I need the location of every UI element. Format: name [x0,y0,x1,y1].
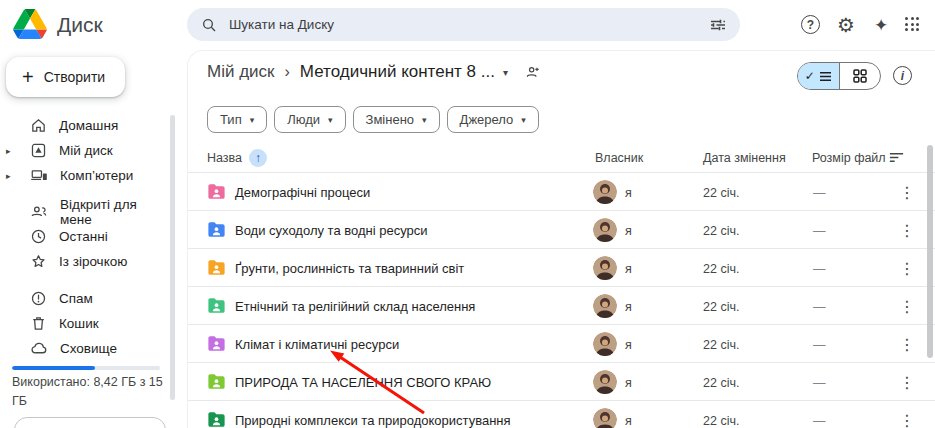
file-name: Клімат і кліматичні ресурси [235,337,399,352]
google-apps-button[interactable] [905,17,919,31]
folder-menu-caret-icon[interactable]: ▾ [503,67,508,78]
view-toggle: ✓ [797,62,881,90]
chevron-down-icon: ▾ [328,115,333,125]
filter-chip-people[interactable]: Люди▾ [274,106,345,133]
modified-date: 22 січ. [703,224,739,238]
column-label: Назва [207,151,242,165]
spam-icon [30,290,47,307]
owner-label: я [625,300,632,314]
sidebar-item-spam[interactable]: Спам [0,286,168,311]
sidebar-item-my-drive[interactable]: ▸ Мій диск [0,138,168,163]
search-input[interactable] [229,17,698,32]
modified-date: 22 січ. [703,338,739,352]
more-actions-button[interactable]: ⋮ [893,219,921,242]
owner-label: я [625,338,632,352]
owner-avatar [593,408,617,428]
column-header-name[interactable]: Назва ↑ [207,149,267,167]
sidebar-item-recent[interactable]: Останні [0,224,168,249]
my-drive-icon [30,142,47,159]
file-row[interactable]: Демографічні процеси я 22 січ. — ⋮ [187,172,935,210]
more-actions-button[interactable]: ⋮ [893,257,921,280]
breadcrumb-my-drive[interactable]: Мій диск [207,62,275,82]
tune-filter-icon[interactable] [710,17,726,33]
file-row[interactable]: Води суходолу та водні ресурси я 22 січ.… [187,210,935,248]
more-actions-button[interactable]: ⋮ [893,333,921,356]
shared-folder-icon [207,411,226,428]
shared-folder-icon [207,221,226,238]
modified-date: 22 січ. [703,186,739,200]
search-bar[interactable] [187,8,740,41]
gear-icon: ⚙ [837,13,855,37]
main-scrollbar[interactable] [927,145,933,358]
sidebar-item-label: Відкриті для мене [60,197,168,227]
more-actions-button[interactable]: ⋮ [893,409,921,428]
column-header-size[interactable]: Розмір файл [812,151,886,165]
sidebar-item-trash[interactable]: Кошик [0,311,168,336]
file-row[interactable]: Ґрунти, рослинність та тваринний світ я … [187,248,935,286]
people-icon [30,203,48,220]
filter-chip-modified[interactable]: Змінено▾ [353,106,440,133]
star-icon [30,253,47,270]
home-icon [30,117,47,134]
sort-ascending-icon[interactable]: ↑ [249,149,267,167]
sidebar-item-shared-with-me[interactable]: Відкриті для мене [0,199,168,224]
cloud-icon [30,340,48,357]
more-actions-button[interactable]: ⋮ [893,181,921,204]
help-button[interactable]: ? [801,15,820,34]
gemini-button[interactable]: ✦ [874,15,888,36]
file-size: — [813,186,826,200]
table-header: Назва ↑ Власник Дата змінення Розмір фай… [187,145,935,172]
grid-view-icon [853,69,867,83]
file-list: Демографічні процеси я 22 січ. — ⋮ Води … [187,172,935,428]
modified-date: 22 січ. [703,262,739,276]
sidebar-item-label: Комп’ютери [60,168,133,183]
file-row[interactable]: Клімат і кліматичні ресурси я 22 січ. — … [187,324,935,362]
more-actions-button[interactable]: ⋮ [893,295,921,318]
filter-chip-source[interactable]: Джерело▾ [447,106,539,133]
file-name: Природні комплекси та природокористуванн… [235,413,511,428]
sidebar-scrollbar[interactable] [170,115,175,400]
sparkle-icon: ✦ [874,15,888,36]
grid-view-button[interactable] [840,63,881,89]
details-button[interactable]: i [893,66,912,85]
shared-folder-icon [207,373,226,390]
sidebar-item-computers[interactable]: ▸ Комп’ютери [0,163,168,188]
get-more-storage-button[interactable] [14,417,166,428]
filter-chip-type[interactable]: Тип▾ [207,106,267,133]
owner-avatar [593,332,617,356]
table-settings-icon[interactable] [888,149,905,166]
breadcrumb-current-folder[interactable]: Методичний контент 8 ... [300,62,495,82]
storage-usage-text: Використано: 8,42 ГБ з 15 ГБ [12,373,170,412]
share-person-icon[interactable] [524,64,542,80]
breadcrumb-separator: › [285,63,290,81]
column-header-owner[interactable]: Власник [595,151,643,165]
list-view-button[interactable]: ✓ [798,63,840,89]
chip-label: Змінено [366,112,415,127]
owner-label: я [625,414,632,428]
sidebar-item-label: Кошик [59,316,99,331]
create-button[interactable]: + Створити [6,57,125,97]
file-size: — [813,224,826,238]
sidebar-item-label: Із зірочкою [59,254,127,269]
file-row[interactable]: Етнічний та релігійний склад населення я… [187,286,935,324]
owner-label: я [625,262,632,276]
owner-avatar [593,256,617,280]
google-drive-logo[interactable] [13,9,47,39]
file-size: — [813,376,826,390]
sidebar-item-starred[interactable]: Із зірочкою [0,249,168,274]
sidebar-item-home[interactable]: Домашня [0,113,168,138]
column-header-modified[interactable]: Дата змінення [703,151,786,165]
expand-caret-icon[interactable]: ▸ [6,146,11,156]
file-row[interactable]: ПРИРОДА ТА НАСЕЛЕННЯ СВОГО КРАЮ я 22 січ… [187,362,935,400]
settings-button[interactable]: ⚙ [837,13,855,37]
file-name: ПРИРОДА ТА НАСЕЛЕННЯ СВОГО КРАЮ [235,375,491,390]
modified-date: 22 січ. [703,414,739,428]
chip-label: Люди [287,112,320,127]
more-actions-button[interactable]: ⋮ [893,371,921,394]
owner-label: я [625,224,632,238]
sidebar-item-storage[interactable]: Сховище [0,336,168,361]
file-row[interactable]: Природні комплекси та природокористуванн… [187,400,935,428]
expand-caret-icon[interactable]: ▸ [6,171,11,181]
owner-label: я [625,376,632,390]
chevron-down-icon: ▾ [521,115,526,125]
